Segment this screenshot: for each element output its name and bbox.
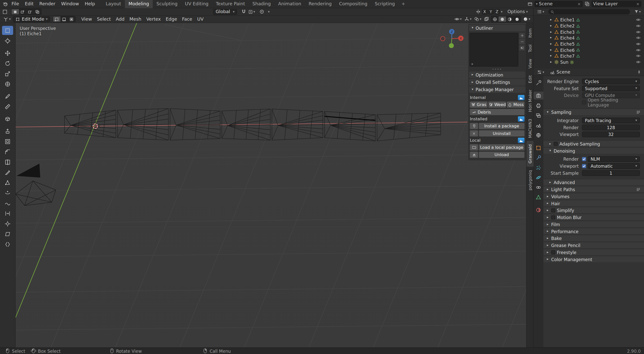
tool-edge-slide[interactable] (2, 209, 13, 218)
panel-header-denoising[interactable]: ▾ Denoising (543, 147, 644, 154)
properties-tab-constraints[interactable] (534, 183, 543, 191)
tool-smooth[interactable] (2, 199, 13, 208)
properties-tab-world[interactable] (534, 131, 543, 139)
unload-button[interactable]: Unload (479, 152, 525, 158)
proportional-editing-button[interactable] (258, 9, 265, 15)
panel-header-advanced[interactable]: ▸ Advanced (543, 179, 644, 185)
workspace-tab-sculpting[interactable]: Sculpting (153, 0, 181, 8)
device-dropdown[interactable]: GPU Compute▾ (582, 92, 640, 98)
tool-scale[interactable] (2, 69, 13, 78)
panel-header-color-management[interactable]: ▸Color Management (543, 256, 644, 262)
visibility-eye-button[interactable] (636, 42, 641, 47)
sidebar-tab-view[interactable]: View (527, 56, 534, 72)
tool-transform[interactable] (2, 79, 13, 88)
outliner-item-eiche1[interactable]: ▸Eiche1 (534, 17, 644, 23)
debris-package-button[interactable]: Debris (470, 109, 525, 115)
pin-icon[interactable] (637, 70, 642, 75)
outliner-item-eiche4[interactable]: ▸Eiche4 (534, 35, 644, 41)
shading-solid-button[interactable] (499, 16, 506, 22)
outliner-item-eiche5[interactable]: ▸Eiche5 (534, 41, 644, 47)
panel-checkbox[interactable] (551, 215, 555, 219)
presets-icon[interactable] (636, 110, 641, 115)
properties-tab-physics[interactable] (534, 173, 543, 181)
visibility-eye-button[interactable] (636, 29, 641, 34)
properties-tab-render[interactable] (534, 92, 543, 99)
shading-mat-button[interactable] (506, 16, 513, 22)
properties-tab-output[interactable] (534, 101, 543, 109)
panel-header-outliner[interactable]: ▾ Outliner (469, 25, 525, 31)
tool-extrude-region[interactable] (2, 127, 13, 136)
start-sample-field[interactable]: 1 (582, 170, 640, 176)
menu-edit[interactable]: Edit (22, 0, 36, 8)
add-workspace-button[interactable]: + (398, 0, 408, 8)
tool-select-box[interactable] (2, 26, 13, 35)
menu-window[interactable]: Window (58, 0, 82, 8)
properties-editor-dropdown[interactable]: ▾ (536, 69, 545, 75)
sidebar-tab-polygoniq[interactable]: polygoniq (527, 167, 534, 194)
sidebar-tab-tool[interactable]: Tool (527, 41, 534, 56)
visibility-eye-button[interactable] (636, 17, 641, 22)
render-engine-dropdown[interactable]: Cycles▾ (582, 78, 640, 84)
properties-tab-material[interactable] (534, 206, 543, 214)
visibility-eye-button[interactable] (636, 60, 641, 65)
properties-tab-tool[interactable] (534, 79, 543, 87)
properties-tab-object[interactable] (534, 144, 543, 152)
proportional-falloff-dropdown[interactable]: ▾ (265, 9, 272, 15)
zoom-button[interactable] (456, 51, 465, 59)
mirror-x-toggle[interactable]: X (482, 9, 487, 14)
blender-logo-icon[interactable] (3, 1, 9, 7)
tool-rotate[interactable] (2, 59, 13, 68)
tool-knife[interactable] (2, 168, 13, 177)
uninstall-button[interactable]: Uninstall (479, 130, 525, 136)
panel-header-simplify[interactable]: ▸Simplify (543, 207, 644, 213)
load-local-package-button[interactable]: Load a local package (479, 144, 525, 150)
workspace-tab-modeling[interactable]: Modeling (125, 0, 153, 8)
view-layer-selector[interactable]: View Layer (591, 1, 641, 7)
select-mode-extend-button[interactable] (19, 9, 26, 14)
package-button-weed[interactable]: Weed (488, 101, 506, 108)
menu-help[interactable]: Help (82, 0, 98, 8)
workspace-tab-texture-paint[interactable]: Texture Paint (212, 0, 249, 8)
tool-loop-cut[interactable] (2, 157, 13, 166)
viewport-menu-uv[interactable]: UV (195, 15, 206, 23)
snap-toggle-button[interactable] (240, 9, 247, 15)
object-visibility-dropdown[interactable]: ▾ (453, 16, 462, 22)
viewport-menu-view[interactable]: View (79, 15, 94, 23)
denoise-render-checkbox[interactable] (582, 157, 586, 161)
transform-orientation-dropdown[interactable]: Global ▾ (213, 9, 237, 15)
panel-header-hair[interactable]: ▸Hair (543, 200, 644, 206)
properties-tab-view-layer[interactable] (534, 111, 543, 119)
viewport-canvas[interactable]: User Perspective (1) Eiche1 Z X (16, 23, 526, 347)
outliner-item-eiche7[interactable]: ▸Eiche7 (534, 53, 644, 59)
properties-tab-scene[interactable] (534, 121, 543, 129)
panel-header-light-paths[interactable]: ▸Light Paths (543, 186, 644, 192)
visibility-eye-button[interactable] (636, 54, 641, 59)
outliner-item-sun[interactable]: ▸Sun (534, 59, 644, 65)
tool-shear[interactable] (2, 229, 13, 238)
shading-render-button[interactable] (513, 16, 521, 22)
panel-header-package-manager[interactable]: ▾ Package Manager (469, 86, 525, 93)
show-gizmo-dropdown[interactable]: ▾ (463, 16, 472, 22)
tool-measure[interactable] (2, 102, 13, 111)
tool-spin[interactable] (2, 188, 13, 197)
outliner-item-eiche3[interactable]: ▸Eiche3 (534, 29, 644, 35)
remove-button[interactable] (519, 39, 525, 44)
close-icon[interactable] (577, 2, 581, 6)
shading-wire-button[interactable] (491, 16, 499, 22)
tool-shrink-flatten[interactable] (2, 219, 13, 228)
properties-tab-object-data[interactable] (534, 193, 543, 201)
workspace-tab-shading[interactable]: Shading (249, 0, 274, 8)
workspace-tab-scripting[interactable]: Scripting (371, 0, 398, 8)
perspective-toggle-button[interactable] (456, 78, 465, 86)
panel-header-adaptive-sampling[interactable]: ▸ Adaptive Sampling (543, 140, 644, 147)
select-mode-subtract-button[interactable] (26, 9, 33, 14)
uninstall-icon-button[interactable] (470, 130, 478, 136)
navigation-gizmo[interactable]: Z X (439, 26, 464, 51)
viewport-menu-add[interactable]: Add (113, 15, 127, 23)
feature-set-dropdown[interactable]: Supported▾ (582, 85, 640, 91)
snap-settings-dropdown[interactable]: ▾ (247, 9, 256, 15)
panel-header-overall-settings[interactable]: ▸ Overall Settings (469, 79, 525, 85)
load-icon-button[interactable] (470, 144, 478, 150)
close-icon[interactable] (636, 2, 640, 6)
workspace-tab-compositing[interactable]: Compositing (335, 0, 371, 8)
